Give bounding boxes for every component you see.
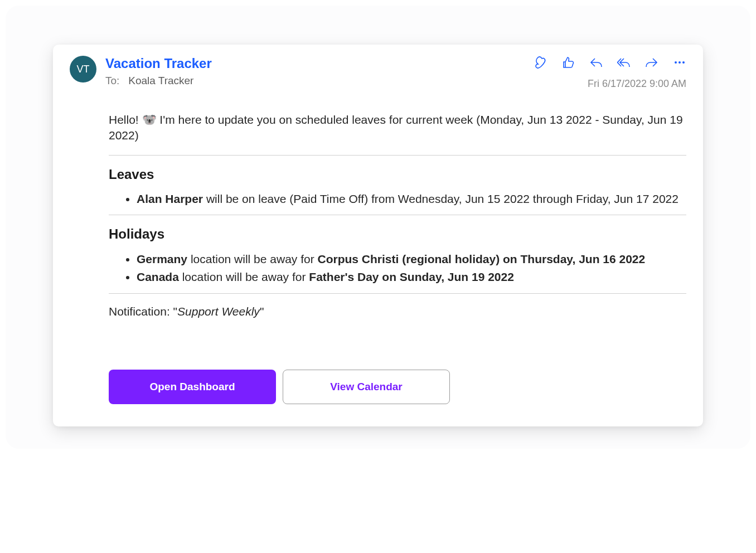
koala-emoji-icon: 🐨 <box>142 113 157 126</box>
timestamp: Fri 6/17/2022 9:00 AM <box>588 78 686 90</box>
sender-name[interactable]: Vacation Tracker <box>105 56 525 71</box>
holiday-location: Canada <box>137 270 179 283</box>
greeting-prefix: Hello! <box>109 113 142 126</box>
header-right: Fri 6/17/2022 9:00 AM <box>534 56 686 90</box>
outer-container: VT Vacation Tracker To: Koala Tracker <box>6 6 750 449</box>
react-icon[interactable] <box>534 56 547 69</box>
greeting-text: Hello! 🐨 I'm here to update you on sched… <box>109 112 686 144</box>
more-options-icon[interactable] <box>673 56 686 69</box>
holiday-event: Father's Day on Sunday, Jun 19 2022 <box>309 270 514 283</box>
divider <box>109 215 686 215</box>
list-item: Germany location will be away for Corpus… <box>137 251 686 267</box>
holiday-mid: location will be away for <box>179 270 309 283</box>
forward-icon[interactable] <box>645 56 658 69</box>
email-card: VT Vacation Tracker To: Koala Tracker <box>53 45 703 426</box>
leaves-heading: Leaves <box>109 166 686 183</box>
action-row <box>534 56 686 69</box>
holidays-heading: Holidays <box>109 225 686 243</box>
open-dashboard-button[interactable]: Open Dashboard <box>109 370 276 404</box>
thumbs-up-icon[interactable] <box>561 56 575 69</box>
svg-point-0 <box>675 61 677 64</box>
holiday-mid: location will be away for <box>187 253 317 265</box>
greeting-body: I'm here to update you on scheduled leav… <box>109 113 683 142</box>
email-body: Hello! 🐨 I'm here to update you on sched… <box>70 90 686 404</box>
svg-point-2 <box>682 61 685 64</box>
holiday-event: Corpus Christi (regional holiday) on Thu… <box>318 253 646 265</box>
to-label: To: <box>105 75 119 86</box>
notification-line: Notification: "Support Weekly" <box>109 304 686 319</box>
divider <box>109 293 686 294</box>
header-main: Vacation Tracker To: Koala Tracker <box>105 56 525 87</box>
leaves-list: Alan Harper will be on leave (Paid Time … <box>109 191 686 207</box>
leave-person-name: Alan Harper <box>137 192 203 205</box>
avatar-initials: VT <box>76 64 89 75</box>
list-item: Canada location will be away for Father'… <box>137 269 686 285</box>
avatar: VT <box>70 56 96 83</box>
notification-name: Support Weekly <box>177 305 260 318</box>
svg-point-1 <box>679 61 681 64</box>
divider <box>109 155 686 156</box>
notification-close: " <box>260 305 264 318</box>
button-row: Open Dashboard View Calendar <box>109 370 686 404</box>
notification-label: Notification: " <box>109 305 177 318</box>
holidays-list: Germany location will be away for Corpus… <box>109 251 686 285</box>
reply-icon[interactable] <box>589 56 603 69</box>
holiday-location: Germany <box>137 253 187 265</box>
list-item: Alan Harper will be on leave (Paid Time … <box>137 191 686 207</box>
email-header: VT Vacation Tracker To: Koala Tracker <box>70 56 686 90</box>
view-calendar-button[interactable]: View Calendar <box>283 370 450 404</box>
to-recipient: Koala Tracker <box>128 75 193 86</box>
reply-all-icon[interactable] <box>617 56 631 69</box>
to-line: To: Koala Tracker <box>105 75 525 87</box>
leave-detail: will be on leave (Paid Time Off) from We… <box>203 192 679 205</box>
